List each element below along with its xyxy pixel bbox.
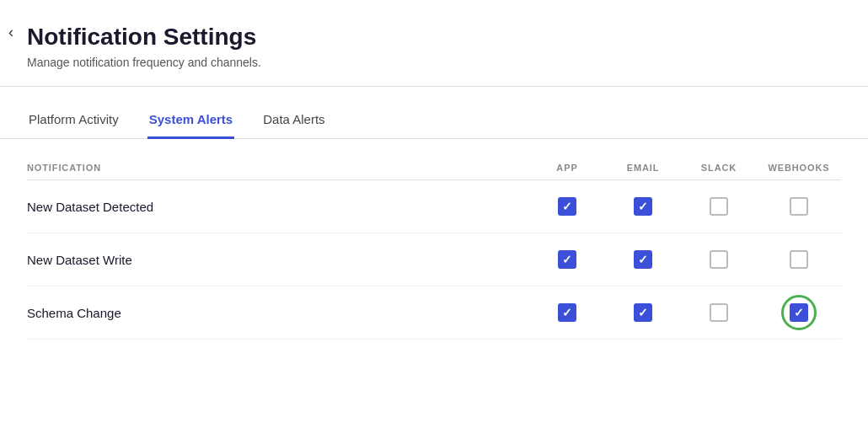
tabs-bar: Platform Activity System Alerts Data Ale… (0, 104, 868, 139)
tab-platform-activity[interactable]: Platform Activity (27, 104, 121, 139)
col-webhooks: WEBHOOKS (757, 163, 841, 173)
app-checkbox-0[interactable]: ✓ (558, 197, 576, 216)
app-checkbox-cell-2: ✓ (529, 303, 605, 322)
checkmark: ✓ (638, 201, 648, 212)
header-divider (0, 86, 868, 87)
slack-checkbox-cell-2 (681, 303, 757, 322)
email-checkbox-cell-2: ✓ (605, 303, 681, 322)
webhooks-checkbox-0[interactable] (790, 197, 808, 216)
notifications-table: NOTIFICATION APP EMAIL SLACK WEBHOOKS Ne… (0, 139, 868, 356)
table-row: New Dataset Detected ✓ ✓ (27, 180, 841, 233)
app-checkbox-1[interactable]: ✓ (558, 250, 576, 269)
app-checkbox-cell-0: ✓ (529, 197, 605, 216)
tab-data-alerts[interactable]: Data Alerts (261, 104, 326, 139)
notification-name: Schema Change (27, 306, 529, 320)
webhooks-checkbox-2[interactable]: ✓ (790, 303, 808, 322)
email-checkbox-cell-1: ✓ (605, 250, 681, 269)
webhooks-checkbox-cell-0 (757, 197, 841, 216)
app-checkbox-cell-1: ✓ (529, 250, 605, 269)
app-checkbox-2[interactable]: ✓ (558, 303, 576, 322)
slack-checkbox-cell-1 (681, 250, 757, 269)
checkmark: ✓ (562, 254, 572, 265)
slack-checkbox-2[interactable] (710, 303, 728, 322)
page-title: Notification Settings (27, 24, 841, 51)
checkmark: ✓ (794, 307, 804, 318)
slack-checkbox-cell-0 (681, 197, 757, 216)
checkmark: ✓ (638, 254, 648, 265)
webhooks-checkbox-1[interactable] (790, 250, 808, 269)
slack-checkbox-0[interactable] (710, 197, 728, 216)
col-email: EMAIL (605, 163, 681, 173)
email-checkbox-0[interactable]: ✓ (634, 197, 652, 216)
webhooks-checkbox-cell-1 (757, 250, 841, 269)
checkmark: ✓ (562, 307, 572, 318)
page-subtitle: Manage notification frequency and channe… (27, 56, 841, 69)
col-notification: NOTIFICATION (27, 163, 529, 173)
tab-system-alerts[interactable]: System Alerts (147, 104, 235, 139)
col-slack: SLACK (681, 163, 757, 173)
webhooks-checkbox-cell-2: ✓ (757, 303, 841, 322)
checkmark: ✓ (638, 307, 648, 318)
col-app: APP (529, 163, 605, 173)
email-checkbox-1[interactable]: ✓ (634, 250, 652, 269)
table-row: Schema Change ✓ ✓ ✓ (27, 286, 841, 340)
email-checkbox-cell-0: ✓ (605, 197, 681, 216)
slack-checkbox-1[interactable] (710, 250, 728, 269)
checkmark: ✓ (562, 201, 572, 212)
notification-name: New Dataset Detected (27, 200, 529, 214)
table-header-row: NOTIFICATION APP EMAIL SLACK WEBHOOKS (27, 156, 841, 180)
notification-name: New Dataset Write (27, 253, 529, 267)
webhooks-highlighted-wrapper: ✓ (790, 303, 808, 322)
table-row: New Dataset Write ✓ ✓ (27, 233, 841, 286)
back-arrow[interactable]: ‹ (8, 24, 13, 41)
email-checkbox-2[interactable]: ✓ (634, 303, 652, 322)
page-header: Notification Settings Manage notificatio… (0, 0, 868, 86)
